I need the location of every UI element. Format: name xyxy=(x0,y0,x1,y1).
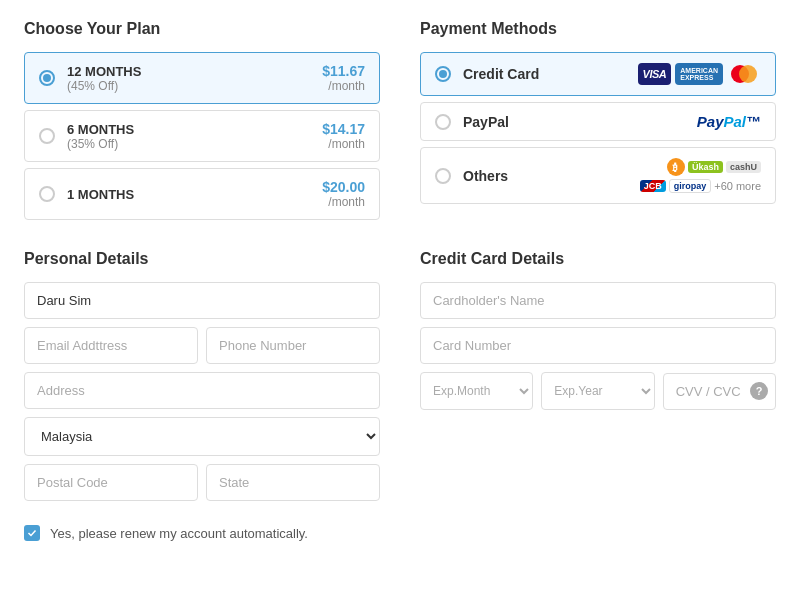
plan-1-name: 1 MONTHS xyxy=(67,187,322,202)
jcb-icon: JCB xyxy=(640,180,666,192)
svg-point-1 xyxy=(739,65,757,83)
giropay-icon: giropay xyxy=(669,179,712,193)
plan-6-amount: $14.17 xyxy=(322,121,365,137)
plan-1-price: $20.00 /month xyxy=(322,179,365,209)
cvv-wrapper: ? xyxy=(663,372,776,410)
cashu-icon: cashU xyxy=(726,161,761,173)
auto-renew-checkbox[interactable] xyxy=(24,525,40,541)
payment-others[interactable]: Others ₿ Ükash cashU JCB giropay +60 mor… xyxy=(420,147,776,204)
plan-1-month[interactable]: 1 MONTHS $20.00 /month xyxy=(24,168,380,220)
name-field[interactable] xyxy=(24,282,380,319)
plan-6-info: 6 MONTHS (35% Off) xyxy=(67,122,322,151)
exp-cvv-row: Exp.Month Exp.Year ? xyxy=(420,372,776,410)
plan-6-period: /month xyxy=(322,137,365,151)
postal-state-row xyxy=(24,464,380,501)
card-number-field-wrapper xyxy=(420,327,776,364)
email-phone-row xyxy=(24,327,380,364)
plan-12-amount: $11.67 xyxy=(322,63,365,79)
plan-12-discount: (45% Off) xyxy=(67,79,322,93)
bitcoin-icon: ₿ xyxy=(667,158,685,176)
payment-methods-title: Payment Methods xyxy=(420,20,776,38)
choose-plan-section: Choose Your Plan 12 MONTHS (45% Off) $11… xyxy=(24,20,380,226)
payment-credit-card[interactable]: Credit Card VISA AMERICANEXPRESS xyxy=(420,52,776,96)
state-field[interactable] xyxy=(206,464,380,501)
address-field-wrapper xyxy=(24,372,380,409)
plan-12-name: 12 MONTHS xyxy=(67,64,322,79)
email-field[interactable] xyxy=(24,327,198,364)
plan-1-amount: $20.00 xyxy=(322,179,365,195)
plan-12-period: /month xyxy=(322,79,365,93)
exp-year-select[interactable]: Exp.Year xyxy=(541,372,654,410)
more-icon: +60 more xyxy=(714,180,761,192)
visa-icon: VISA xyxy=(638,63,672,85)
plan-6-months[interactable]: 6 MONTHS (35% Off) $14.17 /month xyxy=(24,110,380,162)
name-field-wrapper xyxy=(24,282,380,319)
paypal-icons: PayPal™ xyxy=(697,113,761,130)
amex-icon: AMERICANEXPRESS xyxy=(675,63,723,85)
mastercard-icon xyxy=(727,63,761,85)
others-label: Others xyxy=(463,168,640,184)
checkmark-icon xyxy=(27,528,37,538)
personal-details-title: Personal Details xyxy=(24,250,380,268)
plan-12-price: $11.67 /month xyxy=(322,63,365,93)
exp-month-select[interactable]: Exp.Month xyxy=(420,372,533,410)
others-icons-row2: JCB giropay +60 more xyxy=(640,179,761,193)
address-field[interactable] xyxy=(24,372,380,409)
credit-card-details-section: Credit Card Details Exp.Month Exp.Year ? xyxy=(420,250,776,509)
auto-renew-label: Yes, please renew my account automatical… xyxy=(50,526,308,541)
plan-1-period: /month xyxy=(322,195,365,209)
cc-icons: VISA AMERICANEXPRESS xyxy=(638,63,761,85)
plan-12-radio[interactable] xyxy=(39,70,55,86)
payment-methods-section: Payment Methods Credit Card VISA AMERICA… xyxy=(420,20,776,226)
plan-6-name: 6 MONTHS xyxy=(67,122,322,137)
plan-6-radio[interactable] xyxy=(39,128,55,144)
plan-12-info: 12 MONTHS (45% Off) xyxy=(67,64,322,93)
country-select[interactable]: Malaysia xyxy=(24,417,380,456)
ukash-icon: Ükash xyxy=(688,161,723,173)
cc-label: Credit Card xyxy=(463,66,638,82)
plan-6-price: $14.17 /month xyxy=(322,121,365,151)
cc-radio[interactable] xyxy=(435,66,451,82)
choose-plan-title: Choose Your Plan xyxy=(24,20,380,38)
auto-renew-row: Yes, please renew my account automatical… xyxy=(24,525,776,541)
cardholder-field[interactable] xyxy=(420,282,776,319)
card-number-field[interactable] xyxy=(420,327,776,364)
paypal-label: PayPal xyxy=(463,114,697,130)
cc-details-title: Credit Card Details xyxy=(420,250,776,268)
others-radio[interactable] xyxy=(435,168,451,184)
payment-paypal[interactable]: PayPal PayPal™ xyxy=(420,102,776,141)
postal-field[interactable] xyxy=(24,464,198,501)
phone-field[interactable] xyxy=(206,327,380,364)
paypal-logo: PayPal™ xyxy=(697,113,761,130)
personal-details-section: Personal Details Malaysia xyxy=(24,250,380,509)
cvv-help-icon[interactable]: ? xyxy=(750,382,768,400)
plan-1-info: 1 MONTHS xyxy=(67,187,322,202)
plan-12-months[interactable]: 12 MONTHS (45% Off) $11.67 /month xyxy=(24,52,380,104)
paypal-radio[interactable] xyxy=(435,114,451,130)
plan-1-radio[interactable] xyxy=(39,186,55,202)
plan-6-discount: (35% Off) xyxy=(67,137,322,151)
others-icons-row1: ₿ Ükash cashU xyxy=(667,158,761,176)
cardholder-field-wrapper xyxy=(420,282,776,319)
